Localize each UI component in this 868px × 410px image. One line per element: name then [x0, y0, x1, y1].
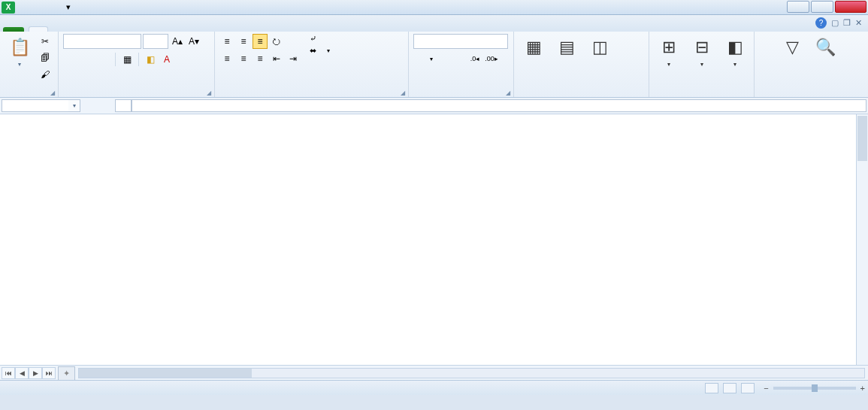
- zoom-out-icon[interactable]: −: [764, 384, 768, 393]
- insert-cells-button[interactable]: ⊞▾: [654, 34, 684, 69]
- decrease-decimal-icon[interactable]: .00▸: [484, 51, 499, 66]
- redo-icon[interactable]: [48, 2, 60, 14]
- sort-filter-icon: ▽: [780, 35, 804, 59]
- vscroll-thumb[interactable]: [857, 116, 867, 161]
- decrease-font-icon[interactable]: A▾: [186, 34, 201, 49]
- vertical-scrollbar[interactable]: [856, 114, 868, 365]
- wrap-text-button[interactable]: ⤶: [310, 34, 330, 44]
- align-left-icon[interactable]: ≡: [219, 51, 234, 66]
- new-sheet-button[interactable]: ✦: [58, 366, 75, 380]
- format-cells-button[interactable]: ◧▾: [720, 34, 750, 69]
- align-center-icon[interactable]: ≡: [236, 51, 251, 66]
- paste-button[interactable]: 📋 ▾: [5, 34, 35, 69]
- orientation-icon[interactable]: ⭮: [269, 34, 284, 49]
- sort-filter-button[interactable]: ▽: [777, 34, 807, 62]
- tab-home[interactable]: [29, 26, 48, 32]
- alignment-launcher-icon[interactable]: ◢: [401, 90, 405, 96]
- sheet-nav-last-icon[interactable]: ⏭: [42, 367, 56, 379]
- fill-color-icon[interactable]: ◧: [143, 52, 158, 67]
- align-middle-icon[interactable]: ≡: [236, 34, 251, 49]
- autosum-icon[interactable]: [759, 34, 774, 49]
- merge-dropdown-icon[interactable]: ▾: [327, 47, 330, 54]
- cells-group-label: [654, 96, 749, 97]
- normal-view-icon[interactable]: [705, 383, 718, 393]
- copy-icon[interactable]: 🗐: [38, 50, 53, 65]
- merge-center-button[interactable]: ⬌ ▾: [310, 46, 330, 56]
- font-name-combo[interactable]: [63, 34, 141, 49]
- conditional-formatting-button[interactable]: ▦: [519, 34, 549, 62]
- find-select-button[interactable]: 🔍: [810, 34, 840, 62]
- italic-button[interactable]: [80, 52, 95, 67]
- page-break-view-icon[interactable]: [741, 383, 755, 393]
- fill-icon[interactable]: [759, 50, 774, 65]
- group-editing: ▽ 🔍: [755, 32, 866, 97]
- group-number: ▾ .0◂ .00▸ ◢: [409, 32, 514, 97]
- border-icon[interactable]: ▦: [119, 52, 135, 67]
- help-icon[interactable]: ?: [815, 17, 827, 29]
- number-group-label: ◢: [413, 96, 509, 97]
- close-button[interactable]: [835, 1, 866, 13]
- underline-button[interactable]: [96, 52, 111, 67]
- horizontal-scrollbar[interactable]: [78, 368, 865, 378]
- qat-customize-icon[interactable]: ▾: [62, 2, 74, 14]
- font-color-icon[interactable]: A: [159, 52, 174, 67]
- ribbon-tabs: ? ▢ ❐ ✕: [0, 15, 868, 32]
- group-styles: ▦ ▤ ◫: [514, 32, 649, 97]
- sheet-nav-prev-icon[interactable]: ◀: [15, 367, 29, 379]
- group-font: A▴ A▾ ▦ ◧ A ◢: [59, 32, 215, 97]
- increase-indent-icon[interactable]: ⇥: [286, 51, 301, 66]
- save-icon[interactable]: [20, 2, 32, 14]
- restore-window-icon[interactable]: ❐: [843, 18, 851, 28]
- font-launcher-icon[interactable]: ◢: [207, 90, 211, 96]
- clipboard-group-label: ◢: [5, 96, 53, 97]
- sheet-nav-next-icon[interactable]: ▶: [29, 367, 42, 379]
- format-painter-icon[interactable]: 🖌: [38, 67, 53, 82]
- increase-font-icon[interactable]: A▴: [170, 34, 185, 49]
- group-cells: ⊞▾ ⊟▾ ◧▾: [649, 32, 755, 97]
- font-size-combo[interactable]: [143, 34, 168, 49]
- format-as-table-button[interactable]: ▤: [552, 34, 582, 62]
- alignment-group-label: ◢: [219, 96, 404, 97]
- formula-bar[interactable]: [132, 99, 866, 112]
- increase-decimal-icon[interactable]: .0◂: [467, 51, 482, 66]
- maximize-button[interactable]: [811, 1, 833, 13]
- minimize-ribbon-icon[interactable]: ▢: [831, 18, 839, 28]
- cut-icon[interactable]: ✂: [38, 34, 53, 49]
- clear-icon[interactable]: [759, 67, 774, 82]
- comma-icon[interactable]: [451, 51, 466, 66]
- fx-icon[interactable]: [115, 99, 132, 112]
- cell-styles-button[interactable]: ◫: [585, 34, 615, 62]
- hscroll-thumb[interactable]: [79, 369, 252, 378]
- page-layout-view-icon[interactable]: [723, 383, 736, 393]
- worksheet-grid[interactable]: [0, 114, 868, 365]
- percent-icon[interactable]: [434, 51, 449, 66]
- zoom-slider[interactable]: [773, 387, 856, 390]
- align-top-icon[interactable]: ≡: [219, 34, 234, 49]
- zoom-slider-thumb[interactable]: [812, 384, 818, 392]
- insert-cells-icon: ⊞: [657, 35, 681, 59]
- number-launcher-icon[interactable]: ◢: [506, 90, 510, 96]
- number-format-combo[interactable]: [413, 34, 508, 49]
- currency-icon[interactable]: [413, 51, 428, 66]
- paste-dropdown-icon[interactable]: ▾: [18, 61, 21, 68]
- currency-dropdown-icon[interactable]: ▾: [430, 56, 433, 62]
- decrease-indent-icon[interactable]: ⇤: [269, 51, 284, 66]
- wrap-text-icon: ⤶: [310, 34, 316, 44]
- minimize-button[interactable]: [787, 1, 809, 13]
- zoom-in-icon[interactable]: +: [860, 384, 865, 393]
- ribbon: 📋 ▾ ✂ 🗐 🖌 ◢ A▴ A▾: [0, 32, 868, 98]
- editing-group-label: [759, 96, 861, 97]
- delete-cells-button[interactable]: ⊟▾: [687, 34, 717, 69]
- undo-icon[interactable]: [34, 2, 46, 14]
- close-workbook-icon[interactable]: ✕: [855, 18, 862, 28]
- name-box[interactable]: [2, 99, 69, 112]
- sheet-nav-first-icon[interactable]: ⏮: [2, 367, 15, 379]
- bold-button[interactable]: [63, 52, 78, 67]
- title-bar: X ▾: [0, 0, 868, 15]
- align-bottom-icon[interactable]: ≡: [253, 34, 268, 49]
- merge-icon: ⬌: [310, 46, 316, 56]
- name-box-dropdown-icon[interactable]: ▾: [68, 99, 80, 112]
- align-right-icon[interactable]: ≡: [253, 51, 268, 66]
- group-alignment: ≡ ≡ ≡ ⭮ ≡ ≡ ≡ ⇤ ⇥ ⤶ ⬌ ▾ ◢: [215, 32, 409, 97]
- clipboard-launcher-icon[interactable]: ◢: [50, 90, 55, 96]
